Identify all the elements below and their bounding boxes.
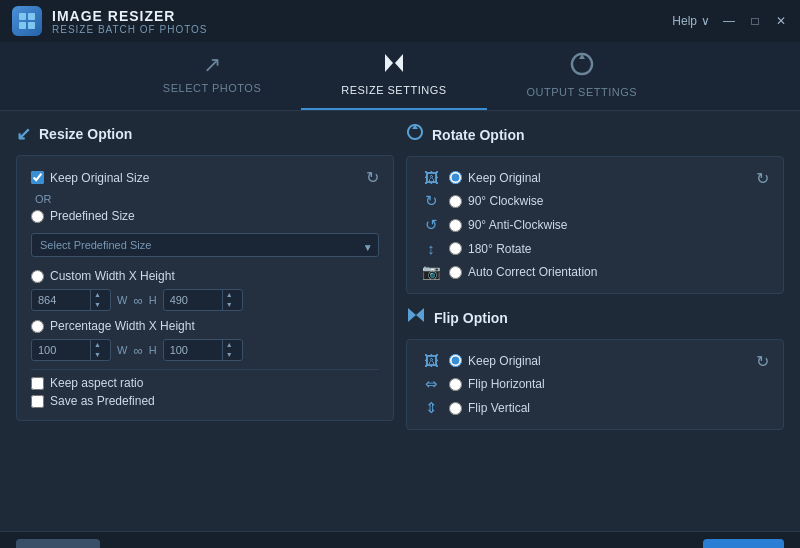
flip-keep-original-radio[interactable] <box>449 354 462 367</box>
back-button[interactable]: ‹ Back <box>16 539 100 549</box>
rotate-90ccw-radio[interactable] <box>449 219 462 232</box>
keep-aspect-checkbox[interactable] <box>31 377 44 390</box>
step-output-settings[interactable]: OUTPUT SETTINGS <box>487 42 678 110</box>
bottom-checks: Keep aspect ratio Save as Predefined <box>31 376 379 408</box>
app-icon <box>12 6 42 36</box>
or-divider: OR <box>35 193 379 205</box>
step-select-photos[interactable]: ↗ SELECT PHOTOS <box>123 42 301 110</box>
flip-vertical-radio[interactable] <box>449 402 462 415</box>
step-resize-settings[interactable]: RESIZE SETTINGS <box>301 42 486 110</box>
step-output-settings-label: OUTPUT SETTINGS <box>527 86 638 98</box>
help-button[interactable]: Help ∨ <box>672 14 710 28</box>
height-down-arrow[interactable]: ▼ <box>223 300 236 310</box>
flip-reset-button[interactable]: ↻ <box>756 352 769 371</box>
rotate-reset-button[interactable]: ↻ <box>756 169 769 188</box>
svg-rect-3 <box>28 22 35 29</box>
step-select-photos-label: SELECT PHOTOS <box>163 82 261 94</box>
rotate-auto-correct-icon: 📷 <box>421 263 441 281</box>
flip-keep-original-icon: 🖼 <box>421 352 441 369</box>
resize-divider <box>31 369 379 370</box>
flip-keep-original: 🖼 Keep Original <box>421 352 545 369</box>
flip-vertical: ⇕ Flip Vertical <box>421 399 545 417</box>
pct-wh-row: Percentage Width X Height <box>31 319 379 333</box>
rotate-keep-original-icon: 🖼 <box>421 169 441 186</box>
pct-width-down-arrow[interactable]: ▼ <box>91 350 104 360</box>
rotate-keep-original-radio[interactable] <box>449 171 462 184</box>
flip-icon <box>406 306 426 329</box>
pct-wh-label[interactable]: Percentage Width X Height <box>31 319 195 333</box>
rotate-option-box: 🖼 Keep Original ↻ 90° Clockwise <box>406 156 784 294</box>
resize-reset-button[interactable]: ↻ <box>366 168 379 187</box>
flip-horizontal-icon: ⇔ <box>421 375 441 393</box>
flip-horizontal-radio[interactable] <box>449 378 462 391</box>
svg-marker-4 <box>385 54 393 72</box>
rotate-90ccw: ↺ 90° Anti-Clockwise <box>421 216 597 234</box>
right-panels: Rotate Option 🖼 Keep Original ↻ <box>406 123 784 519</box>
pct-infinity-icon: ∞ <box>133 343 142 358</box>
next-button[interactable]: Next › <box>703 539 784 549</box>
save-predefined-label[interactable]: Save as Predefined <box>31 394 379 408</box>
output-settings-icon <box>570 52 594 82</box>
flip-horizontal: ⇔ Flip Horizontal <box>421 375 545 393</box>
close-button[interactable]: ✕ <box>774 14 788 28</box>
keep-original-checkbox[interactable] <box>31 171 44 184</box>
maximize-button[interactable]: □ <box>748 14 762 28</box>
resize-icon: ↙ <box>16 123 31 145</box>
select-photos-icon: ↗ <box>203 52 222 78</box>
resize-settings-icon <box>381 52 407 80</box>
infinity-icon: ∞ <box>133 293 142 308</box>
minimize-button[interactable]: — <box>722 14 736 28</box>
resize-option-panel: ↙ Resize Option Keep Original Size ↻ OR … <box>16 123 394 519</box>
keep-aspect-label[interactable]: Keep aspect ratio <box>31 376 379 390</box>
flip-option-panel: Flip Option 🖼 Keep Original ⇔ <box>406 306 784 430</box>
rotate-icon <box>406 123 424 146</box>
predefined-size-select[interactable]: Select Predefined Size <box>31 233 379 257</box>
pct-width-input[interactable] <box>32 340 90 360</box>
width-up-arrow[interactable]: ▲ <box>91 290 104 300</box>
flip-vertical-icon: ⇕ <box>421 399 441 417</box>
pct-height-input-wrap: ▲ ▼ <box>163 339 243 361</box>
predefined-size-radio[interactable] <box>31 210 44 223</box>
pct-wh-radio[interactable] <box>31 320 44 333</box>
pct-height-input[interactable] <box>164 340 222 360</box>
title-bar-right: Help ∨ — □ ✕ <box>672 14 788 28</box>
rotate-180: ↕ 180° Rotate <box>421 240 597 257</box>
keep-original-row: Keep Original Size ↻ <box>31 168 379 187</box>
pct-height-down-arrow[interactable]: ▼ <box>223 350 236 360</box>
rotate-180-radio[interactable] <box>449 242 462 255</box>
width-input[interactable] <box>32 290 90 310</box>
pct-height-up-arrow[interactable]: ▲ <box>223 340 236 350</box>
height-input[interactable] <box>164 290 222 310</box>
flip-option-title: Flip Option <box>406 306 784 329</box>
predefined-size-label[interactable]: Predefined Size <box>31 209 135 223</box>
height-up-arrow[interactable]: ▲ <box>223 290 236 300</box>
save-predefined-checkbox[interactable] <box>31 395 44 408</box>
width-input-wrap: ▲ ▼ <box>31 289 111 311</box>
rotate-auto-correct-radio[interactable] <box>449 266 462 279</box>
height-spinner: ▲ ▼ <box>222 290 236 309</box>
predefined-select-wrapper: Select Predefined Size ▾ <box>31 229 379 265</box>
width-down-arrow[interactable]: ▼ <box>91 300 104 310</box>
rotate-options-list: 🖼 Keep Original ↻ 90° Clockwise <box>421 169 597 281</box>
resize-option-box: Keep Original Size ↻ OR Predefined Size … <box>16 155 394 421</box>
svg-rect-1 <box>28 13 35 20</box>
title-bar: IMAGE RESIZER RESIZE BATCH OF PHOTOS Hel… <box>0 0 800 42</box>
pct-height-spinner: ▲ ▼ <box>222 340 236 359</box>
rotate-keep-original: 🖼 Keep Original <box>421 169 597 186</box>
svg-marker-7 <box>416 308 424 322</box>
title-bar-left: IMAGE RESIZER RESIZE BATCH OF PHOTOS <box>12 6 208 36</box>
svg-marker-5 <box>395 54 403 72</box>
custom-wh-radio[interactable] <box>31 270 44 283</box>
custom-wh-label[interactable]: Custom Width X Height <box>31 269 175 283</box>
pct-width-up-arrow[interactable]: ▲ <box>91 340 104 350</box>
app-title-block: IMAGE RESIZER RESIZE BATCH OF PHOTOS <box>52 8 208 35</box>
svg-rect-0 <box>19 13 26 20</box>
app-name: IMAGE RESIZER <box>52 8 208 24</box>
footer: ‹ Back Batch Count : 1 | Batch Size : 76… <box>0 531 800 548</box>
keep-original-label[interactable]: Keep Original Size <box>31 171 149 185</box>
rotate-90cw-radio[interactable] <box>449 195 462 208</box>
flip-option-box: 🖼 Keep Original ⇔ Flip Horizontal <box>406 339 784 430</box>
svg-marker-6 <box>408 308 416 322</box>
w-label: W <box>117 294 127 306</box>
flip-options-list: 🖼 Keep Original ⇔ Flip Horizontal <box>421 352 545 417</box>
